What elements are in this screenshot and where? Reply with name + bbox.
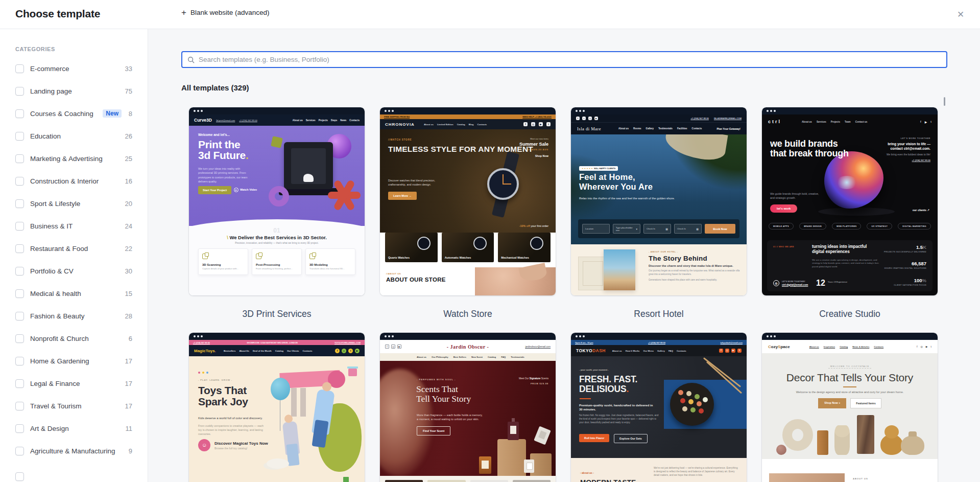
category-item[interactable]: Courses & Coaching New 8 <box>15 102 132 125</box>
decor-watch-small <box>473 237 487 250</box>
category-checkbox[interactable] <box>15 64 24 73</box>
category-checkbox[interactable] <box>15 267 24 276</box>
category-label: Fashion & Beauty <box>30 312 85 320</box>
category-item-partial[interactable] <box>15 465 132 482</box>
category-item[interactable]: Legal & Finance 17 <box>15 372 132 395</box>
category-checkbox[interactable] <box>15 402 24 410</box>
mini-body: We turn your ideas into reality with pro… <box>198 167 255 184</box>
mini-hero: WELCOME TO COZYSPACE Decor That Tells Yo… <box>762 353 938 459</box>
mini-title: Feel at Home,Wherever You Are <box>579 172 653 192</box>
close-icon[interactable]: ✕ <box>953 7 968 21</box>
category-item[interactable]: Business & IT 24 <box>15 215 132 237</box>
template-card-watch-store: FREE SHIPPING FROM $50 NEED HELP: +1 (80… <box>380 107 556 333</box>
mini-service-pill: MOBILE APPS <box>769 223 794 229</box>
decor-watch <box>487 168 519 200</box>
category-checkbox[interactable] <box>15 289 24 298</box>
blank-website-button[interactable]: + Blank website (advanced) <box>181 8 270 17</box>
decor-toy-blocks <box>340 477 353 482</box>
mini-body: Discover watches that blend precision, c… <box>388 178 442 187</box>
mini-category-tile: Mechanical Watches <box>498 233 551 262</box>
mini-title: Print the3d Future. <box>198 139 249 161</box>
category-item[interactable]: Portfolio & CV 30 <box>15 260 132 282</box>
category-item[interactable]: Sport & Lifestyle 20 <box>15 192 132 215</box>
category-item[interactable]: Art & Design 11 <box>15 417 132 440</box>
template-preview-resort-hotel[interactable]: +1 (234) 567 89 00 ISLADIMARE@EMAIL.COM … <box>571 107 747 295</box>
mini-contacts: +1 (234) 567 89 00 ISLADIMARE@EMAIL.COM <box>690 117 742 120</box>
browser-dots-icon <box>571 107 747 114</box>
search-bar[interactable] <box>181 51 947 68</box>
category-item[interactable]: Home & Gardening 17 <box>15 350 132 372</box>
template-preview-jardin-obscur[interactable]: - Jardin Obscur - jardinobscur@email.com… <box>380 333 556 482</box>
mini-nav-cta: Plan Your Getaway! <box>717 127 741 130</box>
mini-body: We guide brands through bold, creative, … <box>770 192 821 200</box>
category-checkbox[interactable] <box>15 109 24 118</box>
mini-title: FRESH. FAST.DELISIOUS. <box>579 375 637 394</box>
mini-title: we build brands that break through <box>770 139 852 158</box>
template-name: Resort Hotel <box>571 295 747 333</box>
category-checkbox[interactable] <box>15 222 24 231</box>
category-checkbox[interactable] <box>15 472 24 481</box>
category-item[interactable]: Agriculture & Manufacturing 9 <box>15 440 132 462</box>
mini-body: More than fragrance — each bottle holds … <box>417 413 484 422</box>
mini-service-pill: UX STRATEGY <box>867 223 892 229</box>
social-icons <box>719 349 742 353</box>
template-preview-magictoys[interactable]: +1 (234) 567 89 00 SHOWROOM: 123A EASTMO… <box>189 333 365 482</box>
decor-iridescent-blob <box>824 151 883 209</box>
mini-kicker: Welcome and let's... <box>198 133 230 136</box>
decor-donut <box>269 186 289 206</box>
category-checkbox[interactable] <box>15 312 24 320</box>
category-checkbox[interactable] <box>15 379 24 388</box>
category-item[interactable]: E-commerce 33 <box>15 57 132 80</box>
category-item[interactable]: Travel & Tourism 17 <box>15 395 132 417</box>
mini-title: Decor That Tells Your Story <box>762 372 938 384</box>
decor-pillar <box>300 388 306 417</box>
facebook-icon <box>719 349 723 353</box>
category-item[interactable]: Construction & Interior 16 <box>15 170 132 192</box>
category-checkbox[interactable] <box>15 357 24 365</box>
category-item[interactable]: Nonprofit & Church 6 <box>15 327 132 350</box>
category-item[interactable]: Marketing & Advertising 25 <box>15 147 132 170</box>
category-checkbox[interactable] <box>15 244 24 253</box>
category-checkbox[interactable] <box>15 199 24 208</box>
category-right: 24 <box>125 222 132 230</box>
mini-cta: Learn More → <box>388 192 417 200</box>
template-preview-3d-print-services[interactable]: Curve3D 3d.print@email.com +1 (234) 567 … <box>189 107 365 295</box>
mini-nav-link: Steps <box>331 119 338 122</box>
category-right: 25 <box>125 155 132 163</box>
mini-hero: - PERFUMES WITH SOUL - Scents ThatTell Y… <box>380 361 556 476</box>
category-checkbox[interactable] <box>15 177 24 186</box>
mini-booking-field: Type placeholder text▾ <box>613 224 640 234</box>
category-item[interactable]: Education 26 <box>15 125 132 147</box>
decor-dots <box>198 372 208 374</box>
category-checkbox[interactable] <box>15 424 24 433</box>
mini-title: Scents ThatTell Your Story <box>416 384 471 404</box>
category-count: 28 <box>125 312 132 320</box>
template-preview-watch-store[interactable]: FREE SHIPPING FROM $50 NEED HELP: +1 (80… <box>380 107 556 295</box>
category-checkbox[interactable] <box>15 87 24 96</box>
mini-nav-links: BestsellersAbout UsDeal of the MonthCata… <box>224 350 312 352</box>
social-icons <box>920 120 931 124</box>
category-count: 22 <box>125 245 132 253</box>
mini-section-sub: Precision, innovation, and reliability —… <box>189 242 365 244</box>
category-checkbox[interactable] <box>15 447 24 455</box>
category-checkbox[interactable] <box>15 132 24 141</box>
twitter-icon <box>931 345 931 348</box>
mini-nav-links: About usLimited EditionCatalogBlogContac… <box>424 123 487 126</box>
browser-dots-icon <box>380 107 556 114</box>
category-checkbox[interactable] <box>15 334 24 343</box>
category-item[interactable]: Restaurant & Food 22 <box>15 237 132 260</box>
mini-service-pills: MOBILE APPSBRAND DESIGNWEB PLATFORMSUX S… <box>769 223 931 229</box>
decor-vase <box>817 430 828 455</box>
template-preview-tokyodash[interactable]: Open 8 am - 10 pm +1 (234) 567 89 00 tok… <box>571 333 747 482</box>
decor-pillar <box>291 388 297 417</box>
category-item[interactable]: Fashion & Beauty 28 <box>15 305 132 327</box>
category-item[interactable]: Landing page 75 <box>15 80 132 102</box>
scrollbar-thumb[interactable] <box>944 97 945 106</box>
category-checkbox[interactable] <box>15 154 24 163</box>
template-preview-cozyspace[interactable]: CozySpace About usInspirationCatalogNews… <box>762 333 938 482</box>
category-item[interactable]: Medical & health 15 <box>15 282 132 305</box>
mini-cta-primary: Start Your Project <box>198 186 231 194</box>
mini-page: ctrl About usServicesProjectsTeamContact… <box>762 114 938 295</box>
template-preview-creative-studio[interactable]: ctrl About usServicesProjectsTeamContact… <box>762 107 938 295</box>
search-input[interactable] <box>199 56 941 63</box>
